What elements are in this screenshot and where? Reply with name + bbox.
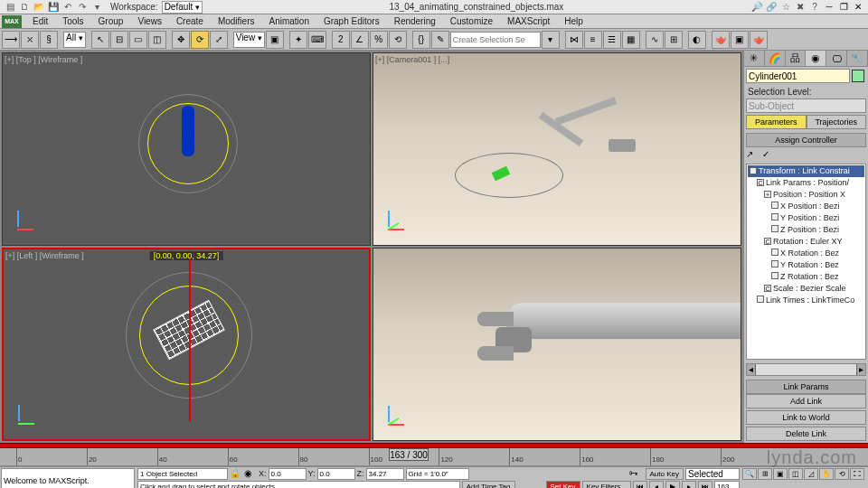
viewport-camera-label[interactable]: [+] [Camera001 ] [...] — [375, 55, 449, 64]
material-editor-icon[interactable]: ◐ — [688, 31, 706, 49]
set-key-button[interactable]: Set Key — [546, 481, 580, 488]
tree-scrollbar[interactable]: ◂ ▸ — [746, 363, 866, 376]
viewport-top[interactable]: [+] [Top ] [Wireframe ] — [2, 52, 371, 246]
layers-icon[interactable]: ☰ — [603, 31, 621, 49]
time-slider[interactable]: 163 / 300 — [389, 448, 429, 461]
ref-coord-combo[interactable]: View ▾ — [233, 32, 265, 48]
create-selection-set-input[interactable] — [450, 32, 541, 48]
render-setup-icon[interactable]: 🫖 — [712, 31, 730, 49]
maximize-viewport-icon[interactable]: ⛶ — [850, 468, 864, 480]
keyboard-shortcut-icon[interactable]: ⌨ — [308, 31, 326, 49]
link-params-header[interactable]: Link Params — [746, 380, 866, 394]
tree-item[interactable]: CRotation : Euler XY — [748, 236, 864, 248]
menu-modifiers[interactable]: Modifiers — [211, 16, 262, 26]
select-region-icon[interactable]: ▭ — [129, 31, 147, 49]
make-default-icon[interactable]: ✓ — [762, 149, 777, 164]
tree-item[interactable]: -Transform : Link Constrai — [748, 165, 864, 177]
key-mode-combo[interactable]: Selected — [685, 468, 740, 480]
tab-modify-icon[interactable]: 🌈 — [765, 51, 786, 66]
current-frame-field[interactable]: 163 — [714, 481, 740, 488]
delete-link-button[interactable]: Delete Link — [746, 427, 866, 441]
z-coord-field[interactable]: 34.27 — [366, 468, 404, 480]
snap-percent-icon[interactable]: % — [370, 31, 388, 49]
window-crossing-icon[interactable]: ◫ — [148, 31, 166, 49]
search-dropdown-icon[interactable]: ▾ — [542, 31, 560, 49]
align-icon[interactable]: ≡ — [584, 31, 602, 49]
curve-editor-icon[interactable]: ∿ — [646, 31, 664, 49]
snap-2d-icon[interactable]: 2 — [332, 31, 350, 49]
viewport-top-label[interactable]: [+] [Top ] [Wireframe ] — [5, 55, 82, 64]
x-coord-field[interactable]: 0.0 — [269, 468, 307, 480]
tree-item[interactable]: CScale : Bezier Scale — [748, 283, 864, 295]
tab-hierarchy-icon[interactable]: 品 — [786, 51, 807, 66]
exchange-icon[interactable]: ✖ — [794, 1, 807, 14]
schematic-view-icon[interactable]: ⊞ — [665, 31, 683, 49]
add-time-tag-button[interactable]: Add Time Tag — [462, 481, 515, 488]
key-filters-button[interactable]: Key Filters... — [582, 481, 631, 488]
menu-rendering[interactable]: Rendering — [387, 16, 443, 26]
zoom-icon[interactable]: 🔍 — [742, 468, 757, 480]
link-to-world-button[interactable]: Link to World — [746, 410, 866, 425]
app-logo[interactable]: MAX — [2, 15, 22, 28]
menu-animation[interactable]: Animation — [261, 16, 316, 26]
pivot-center-icon[interactable]: ▣ — [266, 31, 284, 49]
zoom-all-icon[interactable]: ⊞ — [758, 468, 772, 480]
rendered-frame-icon[interactable]: ▣ — [731, 31, 749, 49]
viewport-left[interactable]: [+] [Left ] [Wireframe ] [0.00, 0.00, 34… — [2, 248, 371, 441]
tree-item[interactable]: X Rotation : Bez — [748, 248, 864, 259]
tree-item[interactable]: CLink Params : Position/ — [748, 177, 864, 189]
goto-start-icon[interactable]: ⏮ — [633, 481, 647, 488]
zoom-extents-all-icon[interactable]: ◫ — [788, 468, 803, 480]
tab-create-icon[interactable]: ✳ — [744, 51, 765, 66]
assign-controller-header[interactable]: Assign Controller — [746, 133, 866, 147]
orbit-icon[interactable]: ⟲ — [835, 468, 849, 480]
app-menu-icon[interactable]: ▤ — [4, 1, 16, 14]
render-production-icon[interactable]: 🫖 — [750, 31, 768, 49]
workspace-select[interactable]: Default ▾ — [162, 1, 203, 14]
select-link-icon[interactable]: ⟶ — [2, 31, 20, 49]
tree-item[interactable]: +Position : Position X — [748, 189, 864, 201]
menu-create[interactable]: Create — [169, 16, 211, 26]
viewport-camera[interactable]: [+] [Camera001 ] [...] — [373, 52, 741, 246]
menu-group[interactable]: Group — [91, 16, 131, 26]
maxscript-listener[interactable]: Welcome to MAXScript. — [1, 468, 135, 488]
tree-item[interactable]: Z Rotation : Bez — [748, 271, 864, 283]
project-icon[interactable]: ▾ — [90, 1, 103, 14]
play-icon[interactable]: ▶ — [665, 481, 680, 488]
rotate-gizmo-cam[interactable] — [455, 153, 563, 198]
tree-item[interactable]: Y Rotation : Bez — [748, 259, 864, 271]
menu-views[interactable]: Views — [130, 16, 169, 26]
tree-item[interactable]: X Position : Bezi — [748, 201, 864, 212]
spinner-snap-icon[interactable]: ⟲ — [389, 31, 407, 49]
tree-item[interactable]: Link Times : LinkTimeCo — [748, 295, 864, 306]
fov-icon[interactable]: ◿ — [804, 468, 818, 480]
new-file-icon[interactable]: 🗋 — [18, 1, 31, 14]
menu-help[interactable]: Help — [557, 16, 590, 26]
zoom-extents-icon[interactable]: ▣ — [773, 468, 788, 480]
trajectories-button[interactable]: Trajectories — [807, 115, 867, 129]
select-scale-icon[interactable]: ⤢ — [210, 31, 228, 49]
star-icon[interactable]: ☆ — [779, 1, 792, 14]
parameters-button[interactable]: Parameters — [746, 115, 807, 129]
select-object-icon[interactable]: ↖ — [91, 31, 109, 49]
undo-icon[interactable]: ↶ — [61, 1, 74, 14]
manipulate-icon[interactable]: ✦ — [289, 31, 307, 49]
restore-button[interactable]: ❐ — [837, 1, 850, 14]
tree-item[interactable]: Y Position : Bezi — [748, 212, 864, 224]
save-file-icon[interactable]: 💾 — [47, 1, 60, 14]
open-file-icon[interactable]: 📂 — [33, 1, 45, 14]
time-ruler[interactable]: 163 / 300 020406080100120140160180200 — [0, 448, 868, 466]
unlink-icon[interactable]: ⤫ — [21, 31, 39, 49]
help-icon[interactable]: ? — [808, 1, 821, 14]
tree-item[interactable]: Z Position : Bezi — [748, 224, 864, 236]
named-sel-icon[interactable]: ✎ — [431, 31, 449, 49]
next-frame-icon[interactable]: ▸ — [682, 481, 696, 488]
snap-angle-icon[interactable]: ∠ — [351, 31, 369, 49]
isolate-icon[interactable]: ◉ — [244, 468, 257, 480]
object-name-field[interactable]: Cylinder001 — [746, 69, 850, 83]
tab-motion-icon[interactable]: ◉ — [806, 51, 826, 66]
tab-utilities-icon[interactable]: 🔧 — [847, 51, 868, 66]
object-color-swatch[interactable] — [852, 70, 864, 82]
minimize-button[interactable]: ─ — [823, 1, 835, 14]
menu-maxscript[interactable]: MAXScript — [500, 16, 557, 26]
